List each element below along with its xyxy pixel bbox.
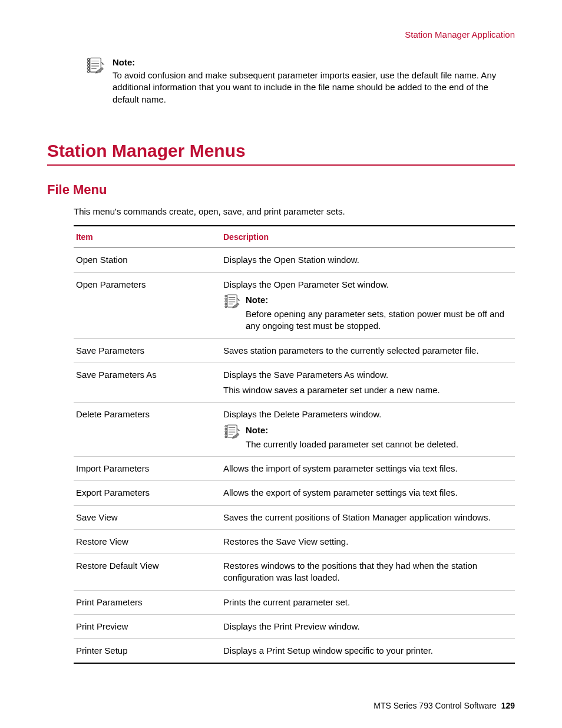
table-cell-desc: Displays the Open Parameter Set window.N… xyxy=(221,272,515,338)
table-row: Save Parameters AsDisplays the Save Para… xyxy=(74,363,515,403)
table-cell-desc: Saves the current positions of Station M… xyxy=(221,505,515,529)
table-cell-item: Restore View xyxy=(74,529,221,554)
table-cell-item: Printer Setup xyxy=(74,639,221,664)
file-menu-table: Item Description Open StationDisplays th… xyxy=(74,225,515,664)
inline-note: Note:The currently loaded parameter set … xyxy=(223,424,513,451)
desc-paragraph: Displays a Print Setup window specific t… xyxy=(223,645,513,657)
table-cell-desc: Displays the Open Station window. xyxy=(221,248,515,272)
desc-paragraph: Displays the Save Parameters As window. xyxy=(223,369,513,381)
desc-paragraph: Prints the current parameter set. xyxy=(223,597,513,608)
note-text: The currently loaded parameter set canno… xyxy=(246,439,513,450)
note-icon xyxy=(85,57,105,75)
table-row: Save ViewSaves the current positions of … xyxy=(74,505,515,529)
desc-paragraph: Restores the Save View setting. xyxy=(223,536,513,548)
subsection-title: File Menu xyxy=(47,182,515,197)
desc-paragraph: This window saves a parameter set under … xyxy=(223,384,513,396)
inline-note: Note:Before opening any parameter sets, … xyxy=(223,294,513,332)
table-cell-item: Open Station xyxy=(74,248,221,272)
section-title: Station Manager Menus xyxy=(47,141,515,166)
table-row: Restore ViewRestores the Save View setti… xyxy=(74,529,515,554)
note-label: Note: xyxy=(246,294,513,306)
footer-text: MTS Series 793 Control Software xyxy=(373,701,497,710)
desc-paragraph: Displays the Print Preview window. xyxy=(223,621,513,633)
desc-paragraph: Saves station parameters to the currentl… xyxy=(223,345,513,357)
table-cell-item: Delete Parameters xyxy=(74,403,221,457)
page-footer: MTS Series 793 Control Software 129 xyxy=(373,701,515,710)
note-icon xyxy=(223,294,241,309)
table-cell-item: Restore Default View xyxy=(74,554,221,591)
note-label: Note: xyxy=(113,57,515,67)
note-label: Note: xyxy=(246,424,513,436)
desc-paragraph: Saves the current positions of Station M… xyxy=(223,512,513,523)
footer-page-number: 129 xyxy=(501,701,515,710)
table-row: Open ParametersDisplays the Open Paramet… xyxy=(74,272,515,338)
table-row: Print ParametersPrints the current param… xyxy=(74,590,515,614)
table-row: Printer SetupDisplays a Print Setup wind… xyxy=(74,639,515,664)
table-cell-desc: Allows the export of system parameter se… xyxy=(221,481,515,505)
table-header-item: Item xyxy=(74,226,221,248)
table-cell-desc: Displays the Print Preview window. xyxy=(221,614,515,638)
table-row: Print PreviewDisplays the Print Preview … xyxy=(74,614,515,638)
table-row: Import ParametersAllows the import of sy… xyxy=(74,457,515,481)
table-cell-desc: Restores the Save View setting. xyxy=(221,529,515,554)
table-row: Open StationDisplays the Open Station wi… xyxy=(74,248,515,272)
note-text: To avoid confusion and make subsequent p… xyxy=(113,70,515,106)
table-cell-desc: Displays the Save Parameters As window.T… xyxy=(221,363,515,403)
table-cell-item: Open Parameters xyxy=(74,272,221,338)
table-cell-desc: Allows the import of system parameter se… xyxy=(221,457,515,481)
table-cell-desc: Saves station parameters to the currentl… xyxy=(221,338,515,363)
table-cell-item: Print Preview xyxy=(74,614,221,638)
desc-paragraph: Displays the Delete Parameters window. xyxy=(223,409,513,420)
desc-paragraph: Allows the export of system parameter se… xyxy=(223,487,513,499)
subsection-intro: This menu's commands create, open, save,… xyxy=(74,206,515,218)
table-row: Save ParametersSaves station parameters … xyxy=(74,338,515,363)
desc-paragraph: Displays the Open Parameter Set window. xyxy=(223,279,513,291)
table-cell-desc: Displays the Delete Parameters window.No… xyxy=(221,403,515,457)
note-text: Before opening any parameter sets, stati… xyxy=(246,308,513,332)
page-header-right: Station Manager Application xyxy=(47,29,515,39)
table-row: Delete ParametersDisplays the Delete Par… xyxy=(74,403,515,457)
table-cell-item: Print Parameters xyxy=(74,590,221,614)
table-row: Export ParametersAllows the export of sy… xyxy=(74,481,515,505)
top-note: Note: To avoid confusion and make subseq… xyxy=(85,57,515,106)
table-cell-item: Import Parameters xyxy=(74,457,221,481)
desc-paragraph: Displays the Open Station window. xyxy=(223,254,513,266)
desc-paragraph: Allows the import of system parameter se… xyxy=(223,463,513,475)
table-cell-desc: Displays a Print Setup window specific t… xyxy=(221,639,515,664)
note-icon xyxy=(223,424,241,440)
table-cell-item: Save Parameters As xyxy=(74,363,221,403)
desc-paragraph: Restores windows to the positions that t… xyxy=(223,560,513,584)
table-cell-item: Export Parameters xyxy=(74,481,221,505)
table-row: Restore Default ViewRestores windows to … xyxy=(74,554,515,591)
table-cell-desc: Prints the current parameter set. xyxy=(221,590,515,614)
table-cell-item: Save View xyxy=(74,505,221,529)
table-cell-desc: Restores windows to the positions that t… xyxy=(221,554,515,591)
table-cell-item: Save Parameters xyxy=(74,338,221,363)
table-header-desc: Description xyxy=(221,226,515,248)
